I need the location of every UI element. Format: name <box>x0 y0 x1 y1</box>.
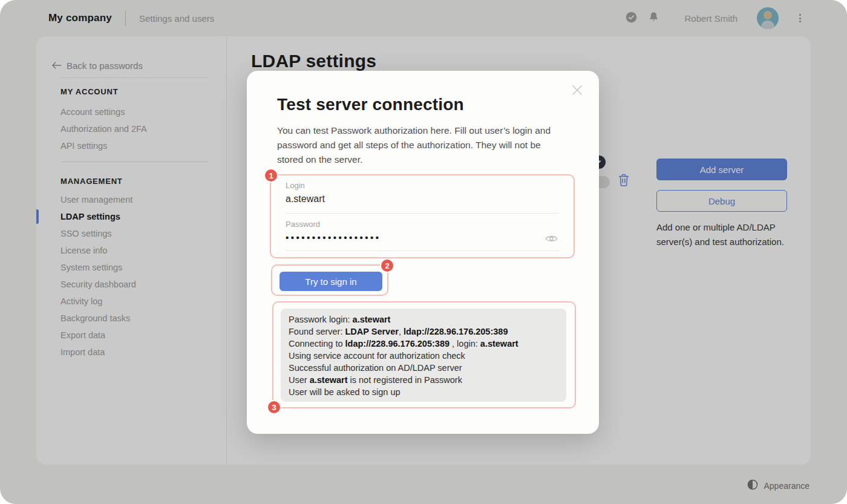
modal-title: Test server connection <box>277 95 569 114</box>
annotation-box-submit: 2 Try to sign in <box>271 264 388 296</box>
login-field[interactable]: Login a.stewart <box>286 175 559 214</box>
log-line: Found server: LDAP Server, ldap://228.96… <box>289 326 561 338</box>
password-label: Password <box>286 220 559 229</box>
annotation-badge-3: 3 <box>267 400 281 414</box>
log-line: Passwork login: a.stewart <box>289 313 561 326</box>
annotation-badge-1: 1 <box>264 168 278 183</box>
eye-icon[interactable] <box>545 234 558 246</box>
annotation-badge-2: 2 <box>380 258 394 273</box>
login-label: Login <box>286 181 559 190</box>
login-input[interactable]: a.stewart <box>286 194 559 205</box>
screen: My company Settings and users Robert Smi… <box>0 0 847 504</box>
log-line: Connecting to ldap://228.96.176.205:389 … <box>289 338 561 350</box>
log-line: Successful authorization on AD/LDAP serv… <box>289 362 561 374</box>
log-line: Using service account for authorization … <box>289 350 561 362</box>
password-field[interactable]: Password •••••••••••••••••• <box>286 214 559 251</box>
close-icon[interactable] <box>570 83 584 97</box>
password-input[interactable]: •••••••••••••••••• <box>286 232 559 243</box>
annotation-box-log: 3 Passwork login: a.stewartFound server:… <box>272 301 576 408</box>
log-line: User will be asked to sign up <box>289 386 561 398</box>
try-to-sign-in-button[interactable]: Try to sign in <box>280 272 382 291</box>
annotation-box-credentials: 1 Login a.stewart Password •••••••••••••… <box>270 174 575 258</box>
test-server-connection-modal: Test server connection You can test Pass… <box>247 71 599 434</box>
app-window: My company Settings and users Robert Smi… <box>0 0 847 504</box>
log-output: Passwork login: a.stewartFound server: L… <box>281 309 566 402</box>
modal-description: You can test Passwork authorization here… <box>277 123 554 167</box>
log-line: User a.stewart is not registered in Pass… <box>289 374 561 386</box>
